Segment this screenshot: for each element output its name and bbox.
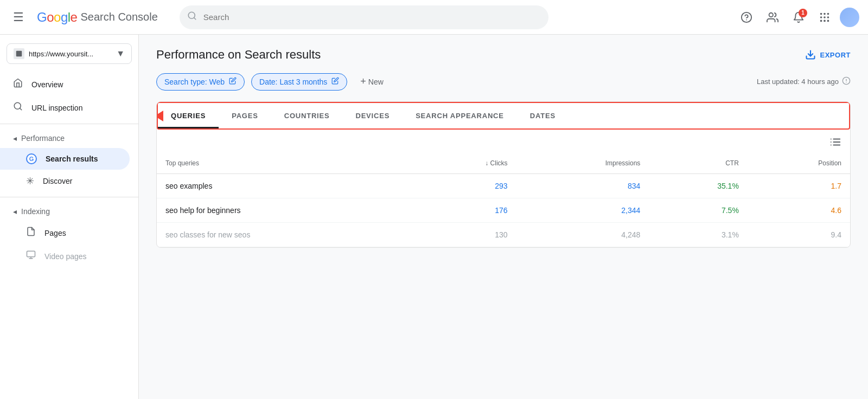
app-header: ☰ Google Search Console: [0, 0, 868, 35]
table-filter-button[interactable]: [829, 136, 841, 151]
property-selector[interactable]: https://www.yoursit... ▼: [7, 43, 132, 64]
cell-clicks: 130: [416, 223, 516, 247]
svg-point-12: [824, 20, 826, 22]
cell-impressions: 4,248: [516, 223, 649, 247]
tab-devices[interactable]: DEVICES: [342, 103, 403, 128]
col-ctr[interactable]: CTR: [649, 153, 748, 174]
tab-countries[interactable]: COUNTRIES: [271, 103, 343, 128]
admin-icon[interactable]: [762, 7, 783, 28]
filter-bar: Search type: Web Date: Last 3 months: [156, 73, 851, 91]
sidebar-section-indexing[interactable]: ◂ Indexing: [0, 202, 138, 221]
notification-badge: 1: [799, 9, 807, 17]
home-icon: [13, 78, 23, 91]
sidebar-section-performance[interactable]: ◂ Performance: [0, 128, 138, 148]
svg-point-13: [827, 20, 829, 22]
logo-google-text: Google: [37, 10, 77, 25]
chevron-icon: ◂: [13, 134, 17, 143]
property-url: https://www.yoursit...: [29, 50, 112, 58]
plus-icon: +: [360, 76, 366, 87]
date-filter[interactable]: Date: Last 3 months: [251, 73, 347, 91]
sidebar-divider: [0, 124, 138, 124]
col-clicks[interactable]: ↓ Clicks: [416, 153, 516, 174]
cell-position: 4.6: [748, 198, 850, 223]
svg-point-11: [820, 20, 822, 22]
google-logo[interactable]: Google Search Console: [37, 10, 158, 25]
tab-pages[interactable]: PAGES: [219, 103, 271, 128]
edit-icon: [229, 77, 237, 87]
help-button[interactable]: [736, 7, 757, 28]
svg-point-6: [824, 12, 826, 15]
svg-point-4: [769, 12, 773, 16]
google-g-icon: G: [26, 153, 37, 164]
sidebar-item-label: Search results: [46, 155, 98, 163]
svg-point-5: [820, 12, 822, 15]
queries-table: Top queries ↓ Clicks Impressions CTR: [157, 153, 850, 247]
sidebar: https://www.yoursit... ▼ Overview URL in…: [0, 35, 139, 399]
avatar[interactable]: [840, 8, 859, 27]
tab-queries[interactable]: QUERIES: [158, 103, 219, 128]
export-button[interactable]: EXPORT: [805, 49, 851, 60]
performance-section: QUERIES PAGES COUNTRIES DEVICES SEARCH A…: [156, 101, 851, 248]
tab-search-appearance[interactable]: SEARCH APPEARANCE: [403, 103, 517, 128]
discover-icon: ✳: [26, 175, 34, 187]
notification-button[interactable]: 1: [788, 7, 809, 28]
tab-dates[interactable]: DATES: [517, 103, 569, 128]
cell-ctr: 3.1%: [649, 223, 748, 247]
cell-impressions: 2,344: [516, 198, 649, 223]
page-title: Performance on Search results: [156, 48, 321, 62]
svg-rect-14: [16, 51, 22, 57]
new-filter-button[interactable]: + New: [354, 73, 390, 91]
col-position[interactable]: Position: [748, 153, 850, 174]
search-type-label: Search type: Web: [164, 78, 225, 86]
tabs-area: QUERIES PAGES COUNTRIES DEVICES SEARCH A…: [157, 102, 850, 130]
sidebar-item-discover[interactable]: ✳ Discover: [0, 170, 130, 192]
new-label: New: [368, 78, 384, 86]
chevron-icon: ◂: [13, 207, 17, 216]
last-updated: Last updated: 4 hours ago: [757, 76, 851, 87]
sidebar-item-search-results[interactable]: G Search results: [0, 148, 130, 170]
main-content: Performance on Search results EXPORT Sea…: [139, 35, 868, 399]
cell-ctr: 35.1%: [649, 174, 748, 198]
console-label: Search Console: [80, 11, 157, 23]
pages-icon: [26, 227, 36, 239]
cell-query: seo examples: [157, 174, 416, 198]
app-layout: https://www.yoursit... ▼ Overview URL in…: [0, 35, 868, 399]
section-label: Performance: [21, 134, 65, 143]
sidebar-item-label: Discover: [43, 177, 72, 185]
sidebar-item-video-pages[interactable]: Video pages: [0, 244, 130, 268]
page-header: Performance on Search results EXPORT: [156, 48, 851, 62]
video-pages-icon: [26, 250, 36, 262]
cell-ctr: 7.5%: [649, 198, 748, 223]
date-label: Date: Last 3 months: [259, 78, 327, 86]
svg-point-10: [827, 16, 829, 18]
svg-point-8: [820, 16, 822, 18]
search-type-filter[interactable]: Search type: Web: [156, 73, 245, 91]
performance-card: QUERIES PAGES COUNTRIES DEVICES SEARCH A…: [156, 101, 851, 248]
table-toolbar: [157, 130, 850, 153]
search-icon: [187, 11, 197, 23]
header-actions: 1: [736, 7, 859, 28]
sidebar-item-label: Pages: [44, 229, 66, 237]
sidebar-item-overview[interactable]: Overview: [0, 73, 130, 96]
sidebar-item-label: Overview: [31, 80, 63, 89]
section-label: Indexing: [21, 207, 50, 216]
col-impressions[interactable]: Impressions: [516, 153, 649, 174]
table-row: seo help for beginners 176 2,344 7.5% 4.…: [157, 198, 850, 223]
menu-icon[interactable]: ☰: [9, 6, 28, 29]
svg-line-16: [20, 108, 21, 110]
search-bar: [180, 5, 548, 29]
search-input[interactable]: [180, 5, 548, 29]
cell-clicks: 176: [416, 198, 516, 223]
svg-point-7: [827, 12, 829, 15]
sidebar-item-url-inspection[interactable]: URL inspection: [0, 96, 130, 119]
sidebar-item-pages[interactable]: Pages: [0, 221, 130, 244]
cell-position: 1.7: [748, 174, 850, 198]
property-favicon: [14, 48, 24, 59]
svg-line-1: [194, 17, 195, 19]
last-updated-text: Last updated: 4 hours ago: [757, 78, 839, 86]
cell-impressions: 834: [516, 174, 649, 198]
sort-icon: ↓: [485, 159, 490, 167]
svg-rect-17: [27, 251, 35, 257]
apps-button[interactable]: [814, 7, 835, 28]
sidebar-divider-2: [0, 197, 138, 197]
